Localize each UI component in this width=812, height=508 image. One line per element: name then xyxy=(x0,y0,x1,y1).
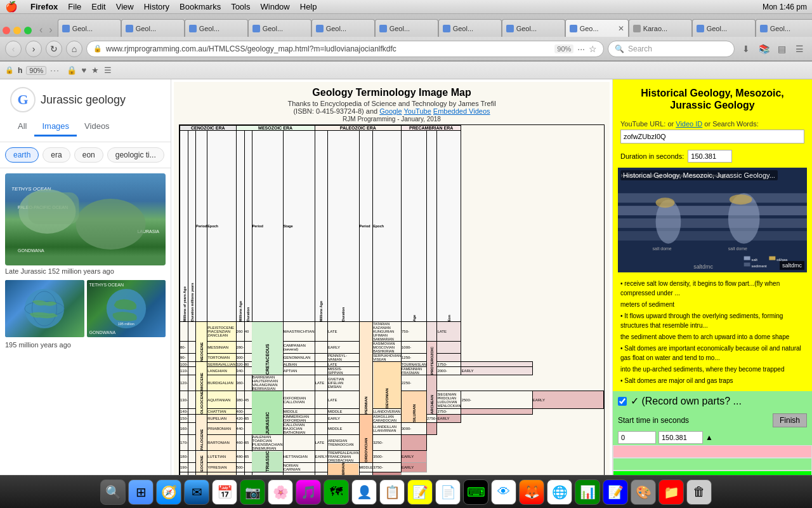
search-words-input[interactable] xyxy=(620,130,804,144)
tab-back-btn[interactable]: ‹ xyxy=(37,24,45,36)
dock-filezilla[interactable]: 📁 xyxy=(658,479,684,505)
tab-11[interactable]: Geol... xyxy=(756,19,812,37)
apple-menu[interactable]: 🍎 xyxy=(5,1,18,13)
dock-reminders[interactable]: 📋 xyxy=(379,479,405,505)
dock-excel[interactable]: 📊 xyxy=(575,479,600,505)
age-3750: 3750- xyxy=(373,463,402,472)
back-button[interactable]: ‹ xyxy=(5,41,22,57)
dock-trash[interactable]: 🗑 xyxy=(686,479,712,505)
embedded-link[interactable]: Embedded Videos xyxy=(433,107,490,115)
dock-terminal[interactable]: ⌨ xyxy=(463,479,488,505)
sec-icon-star[interactable]: ★ xyxy=(91,65,99,75)
tab-2[interactable]: Geol... xyxy=(121,19,185,37)
menubar-edit[interactable]: Edit xyxy=(91,2,105,11)
svg-point-1 xyxy=(76,199,146,250)
dock-facetime[interactable]: 📷 xyxy=(240,479,265,505)
window-minimize[interactable] xyxy=(13,27,21,34)
dock-contacts[interactable]: 👤 xyxy=(351,479,377,505)
sec-hamburger[interactable]: ☰ xyxy=(104,65,112,75)
timing-arrow-up[interactable]: ▲ xyxy=(705,433,713,442)
menubar-bookmarks[interactable]: Bookmarks xyxy=(180,2,221,11)
chip-era[interactable]: era xyxy=(43,147,70,163)
main-content: G Jurassic geology All Images Videos ear… xyxy=(0,79,812,508)
sec-icon-lock[interactable]: 🔒 xyxy=(67,65,77,75)
image-thumb-2[interactable]: 195 million TETHYS OCEAN GONDWANA xyxy=(87,280,166,337)
dock-itunes[interactable]: 🎵 xyxy=(296,479,321,505)
youtube-link[interactable]: YouTube xyxy=(404,107,431,115)
window-maximize[interactable] xyxy=(24,27,32,34)
zoom-level[interactable]: 90% xyxy=(554,44,573,53)
sec-dots[interactable]: ··· xyxy=(50,67,60,74)
tab-10[interactable]: Geol... xyxy=(692,19,756,37)
sec-zoom[interactable]: 90% xyxy=(26,66,46,75)
image-result-1[interactable]: TETHYS OCEAN PALEO-PACIFIC OCEAN GONDWAN… xyxy=(5,173,166,275)
timing-start-input[interactable] xyxy=(618,431,656,444)
sidebar-icon[interactable]: ▤ xyxy=(774,41,789,57)
dock-gimp[interactable]: 🎨 xyxy=(631,479,656,505)
dock-firefox[interactable]: 🦊 xyxy=(519,479,544,505)
window-close[interactable] xyxy=(3,27,10,34)
dock-photos[interactable]: 🌸 xyxy=(268,479,293,505)
menubar-help[interactable]: Help xyxy=(300,2,317,11)
dock-calendar[interactable]: 📅 xyxy=(212,479,237,505)
tab-videos[interactable]: Videos xyxy=(77,117,117,137)
url-bar[interactable]: 🔒 www.rjmprogramming.com.au/HTMLCSS/geol… xyxy=(86,41,604,57)
menubar-window[interactable]: Window xyxy=(261,2,290,11)
dock-chrome[interactable]: 🌐 xyxy=(547,479,572,505)
sec-icon-heart[interactable]: ♥ xyxy=(82,65,87,75)
download-icon[interactable]: ⬇ xyxy=(738,41,754,57)
menubar-history[interactable]: History xyxy=(144,2,169,11)
finish-button[interactable]: Finish xyxy=(773,413,807,427)
timing-end-input[interactable] xyxy=(658,431,703,444)
menubar-tools[interactable]: Tools xyxy=(231,2,250,11)
tab-7[interactable]: Geol... xyxy=(438,19,502,37)
record-checkbox[interactable] xyxy=(618,397,627,406)
video-player[interactable]: Historical Geology, Mesozoic, Jurassic G… xyxy=(618,168,807,272)
arch-label4 xyxy=(427,423,437,435)
tab-3[interactable]: Geol... xyxy=(185,19,248,37)
chip-earth[interactable]: earth xyxy=(5,147,39,163)
dock-word[interactable]: 📝 xyxy=(603,479,628,505)
cell-1 xyxy=(180,322,188,342)
tab-images[interactable]: Images xyxy=(34,117,77,137)
more-options-button[interactable]: ··· xyxy=(577,44,585,54)
menubar-file[interactable]: File xyxy=(68,2,81,11)
image-caption-2: 195 million years ago xyxy=(5,341,166,349)
dock-finder[interactable]: 🔍 xyxy=(100,479,126,505)
tab-4[interactable]: Geol... xyxy=(248,19,311,37)
dock-preview[interactable]: 👁 xyxy=(491,479,516,505)
tab-kareo[interactable]: Karao... xyxy=(629,19,692,37)
tab-5[interactable]: Geol... xyxy=(311,19,375,37)
note-3: • It flows upward through the overlying … xyxy=(620,311,804,330)
dock-launchpad[interactable]: ⊞ xyxy=(128,479,154,505)
dock-mail[interactable]: ✉ xyxy=(184,479,209,505)
chip-eon[interactable]: eon xyxy=(74,147,103,163)
search-bar[interactable]: 🔍 Search xyxy=(608,41,735,57)
menu-icon[interactable]: ☰ xyxy=(792,41,807,57)
tab-forward-btn[interactable]: › xyxy=(46,24,55,36)
cretaceous-cell: CRETACEOUS xyxy=(252,322,283,375)
image-thumb-1[interactable] xyxy=(5,280,84,337)
menubar-firefox[interactable]: Firefox xyxy=(30,2,58,11)
google-link[interactable]: Google xyxy=(379,107,402,115)
tab-active[interactable]: Geo...✕ xyxy=(565,19,629,37)
dock-safari[interactable]: 🧭 xyxy=(156,479,181,505)
dock-textedit[interactable]: 📄 xyxy=(435,479,461,505)
home-button[interactable]: ⌂ xyxy=(66,41,82,57)
menubar-view[interactable]: View xyxy=(116,2,134,11)
barrem-dur xyxy=(244,375,252,391)
tab-1[interactable]: Geol... xyxy=(58,19,121,37)
dock-maps[interactable]: 🗺 xyxy=(324,479,349,505)
chip-geologic[interactable]: geologic ti... xyxy=(107,147,164,163)
dock-notes[interactable]: 📝 xyxy=(407,479,433,505)
library-icon[interactable]: 📚 xyxy=(756,41,771,57)
reload-button[interactable]: ↻ xyxy=(46,41,62,57)
table-row: 90- TORTONIAN 300- GENOMANLAN PENNSYL-VA… xyxy=(180,354,604,362)
tab-6[interactable]: Geol... xyxy=(375,19,438,37)
forward-button[interactable]: › xyxy=(25,41,42,57)
duration-input[interactable] xyxy=(688,150,732,163)
tab-all[interactable]: All xyxy=(10,117,34,137)
tab-8[interactable]: Geol... xyxy=(502,19,565,37)
video-id-link[interactable]: Video ID xyxy=(676,120,702,128)
bookmark-icon[interactable]: ☆ xyxy=(589,44,597,54)
